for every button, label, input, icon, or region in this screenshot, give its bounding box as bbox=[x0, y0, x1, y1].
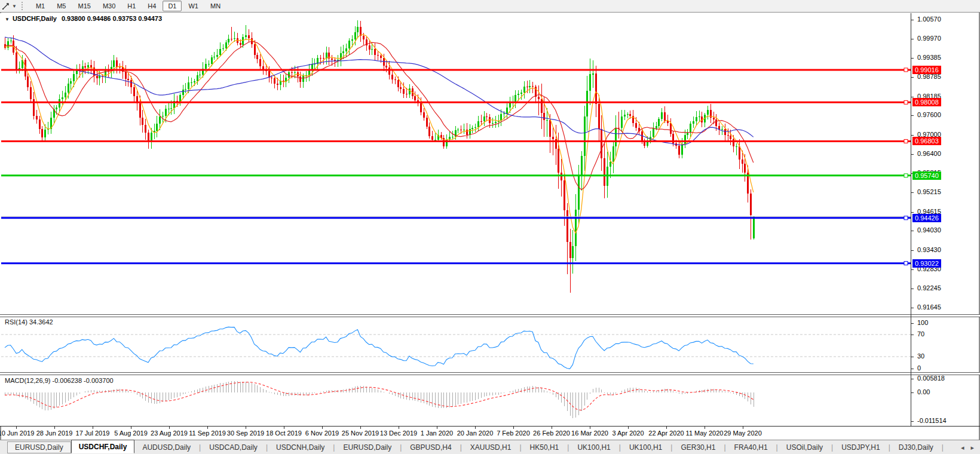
crosshair-tool-glyph bbox=[1, 1, 11, 11]
tabs-scroll-left-icon[interactable]: ◂ bbox=[961, 444, 964, 451]
date-tick bbox=[169, 427, 170, 429]
tab-scroll-arrows: ◂ ▸ bbox=[956, 444, 980, 452]
price-tick-label: 0.93430 bbox=[917, 246, 941, 253]
timeframe-mn[interactable]: MN bbox=[205, 1, 226, 11]
tab-gbpusd-h4[interactable]: GBPUSD,H4 bbox=[402, 441, 459, 453]
rsi-macd-splitter[interactable] bbox=[0, 372, 980, 375]
tab-dj30-daily[interactable]: DJ30,Daily bbox=[891, 441, 941, 453]
hline-handle[interactable] bbox=[904, 139, 908, 143]
date-tick bbox=[743, 427, 743, 429]
tab-separator: | bbox=[776, 443, 778, 452]
tab-separator: | bbox=[889, 443, 890, 452]
price-tick-label: 0.97000 bbox=[917, 131, 941, 138]
date-tick bbox=[513, 427, 514, 429]
tab-usdcnh-daily[interactable]: USDCNH,Daily bbox=[268, 441, 332, 453]
rsi-label: RSI(14) 34.3642 bbox=[5, 318, 53, 326]
chart-tabs: EURUSD,DailyUSDCHF,DailyAUDUSD,Daily|USD… bbox=[7, 441, 944, 453]
tab-ger30-h1[interactable]: GER30,H1 bbox=[673, 441, 723, 453]
chevron-down-icon[interactable]: ▼ bbox=[12, 4, 17, 9]
tabs-scroll-right-icon[interactable]: ▸ bbox=[970, 444, 974, 451]
tab-separator: | bbox=[199, 443, 201, 452]
price-level-badge: 0.94426 bbox=[912, 214, 941, 222]
rsi-tick-label: 70 bbox=[917, 330, 924, 338]
price-tick-label: 0.94030 bbox=[917, 226, 941, 234]
window-border-top bbox=[0, 12, 980, 13]
timeframe-m5[interactable]: M5 bbox=[51, 1, 71, 11]
date-tick bbox=[552, 427, 552, 429]
tab-separator: | bbox=[400, 443, 402, 452]
tab-hk50-h1[interactable]: HK50,H1 bbox=[522, 441, 567, 453]
macd-tick-label: -0.011514 bbox=[917, 417, 947, 424]
timeframe-d1[interactable]: D1 bbox=[163, 1, 182, 11]
price-level-badge: 0.95740 bbox=[912, 171, 941, 180]
chart-tab-bar: EURUSD,DailyUSDCHF,DailyAUDUSD,Daily|USD… bbox=[0, 440, 980, 454]
timeframe-h1[interactable]: H1 bbox=[122, 1, 141, 11]
tab-usdjpy-h1[interactable]: USDJPY,H1 bbox=[834, 441, 887, 453]
ma-45-line bbox=[5, 37, 754, 145]
price-level-badge: 0.96803 bbox=[912, 137, 941, 145]
tab-eurusd-daily[interactable]: EURUSD,Daily bbox=[7, 441, 71, 453]
price-tick-label: 0.98185 bbox=[917, 93, 941, 100]
hline-handle[interactable] bbox=[904, 68, 908, 72]
date-label: 28 Jun 2019 bbox=[36, 430, 73, 437]
chart-title: ▼USDCHF,Daily0.93800 0.94486 0.93753 0.9… bbox=[5, 15, 162, 22]
price-tick-label: 0.97600 bbox=[917, 111, 941, 118]
price-tick-label: 1.00570 bbox=[917, 16, 941, 23]
tab-separator: | bbox=[333, 443, 335, 452]
date-tick bbox=[360, 427, 361, 429]
tab-uk100-h1[interactable]: UK100,H1 bbox=[621, 441, 670, 453]
hline-handle[interactable] bbox=[904, 216, 908, 220]
crosshair-tool-icon[interactable] bbox=[1, 1, 11, 11]
tab-xauusd-h1[interactable]: XAUUSD,H1 bbox=[463, 441, 519, 453]
price-tick-label: 0.92245 bbox=[917, 284, 941, 292]
tab-usdchf-daily[interactable]: USDCHF,Daily bbox=[71, 440, 135, 453]
date-label: 1 Jan 2020 bbox=[421, 430, 453, 437]
price-tick-label: 0.98785 bbox=[917, 73, 941, 80]
tab-eurusd-daily[interactable]: EURUSD,Daily bbox=[335, 441, 399, 453]
tab-separator: | bbox=[567, 443, 569, 452]
tab-separator: | bbox=[670, 443, 672, 452]
hline-handle[interactable] bbox=[904, 174, 908, 177]
date-label: 23 Aug 2019 bbox=[151, 430, 188, 437]
hline-handle[interactable] bbox=[904, 262, 908, 265]
price-tick-label: 0.94615 bbox=[917, 208, 941, 215]
tab-audusd-daily[interactable]: AUDUSD,Daily bbox=[134, 441, 198, 453]
quote-panel-toggle-icon[interactable]: ▼ bbox=[5, 17, 10, 22]
hline-handle[interactable] bbox=[904, 100, 908, 104]
rsi-indicator-panel bbox=[0, 316, 913, 372]
date-label: 13 Dec 2019 bbox=[380, 430, 417, 437]
timeframe-h4[interactable]: H4 bbox=[142, 1, 161, 11]
date-label: 30 Sep 2019 bbox=[227, 430, 264, 437]
tab-uk100-h1[interactable]: UK100,H1 bbox=[569, 441, 618, 453]
price-level-badge: 0.93022 bbox=[912, 259, 941, 268]
main-price-chart bbox=[0, 13, 913, 314]
date-tick bbox=[54, 427, 55, 429]
timeframe-m15[interactable]: M15 bbox=[72, 1, 96, 11]
price-tick-label: 0.92830 bbox=[917, 265, 941, 272]
symbol-timeframe-label: USDCHF,Daily bbox=[13, 15, 57, 22]
date-tick bbox=[705, 427, 705, 429]
timeframe-w1[interactable]: W1 bbox=[183, 1, 204, 11]
date-tick bbox=[666, 427, 667, 429]
tab-usdcad-daily[interactable]: USDCAD,Daily bbox=[201, 441, 265, 453]
date-label: 10 Jun 2019 bbox=[0, 430, 34, 437]
date-label: 11 May 2020 bbox=[686, 430, 724, 437]
date-tick bbox=[475, 427, 476, 429]
price-tick-label: 0.99385 bbox=[917, 54, 941, 61]
mt4-chart-window: ▼ M1M5M15M30H1H4D1W1MN ▼USDCHF,Daily0.93… bbox=[0, 0, 980, 454]
tab-fra40-h1[interactable]: FRA40,H1 bbox=[727, 441, 776, 453]
rsi-tick-label: 100 bbox=[917, 319, 928, 326]
date-tick bbox=[284, 427, 284, 429]
tab-usoil-daily[interactable]: USOil,Daily bbox=[779, 441, 831, 453]
macd-indicator-panel bbox=[0, 375, 913, 426]
toolbar-grip[interactable] bbox=[22, 2, 25, 10]
tab-separator: | bbox=[266, 443, 268, 452]
price-level-badge: 0.99016 bbox=[912, 66, 941, 74]
date-tick bbox=[399, 427, 399, 429]
rsi-tick-label: 30 bbox=[917, 352, 924, 360]
timeframe-m30[interactable]: M30 bbox=[97, 1, 121, 11]
main-rsi-splitter[interactable] bbox=[0, 314, 980, 317]
date-label: 29 May 2020 bbox=[724, 430, 762, 437]
timeframe-m1[interactable]: M1 bbox=[30, 1, 50, 11]
tab-separator: | bbox=[942, 443, 944, 452]
